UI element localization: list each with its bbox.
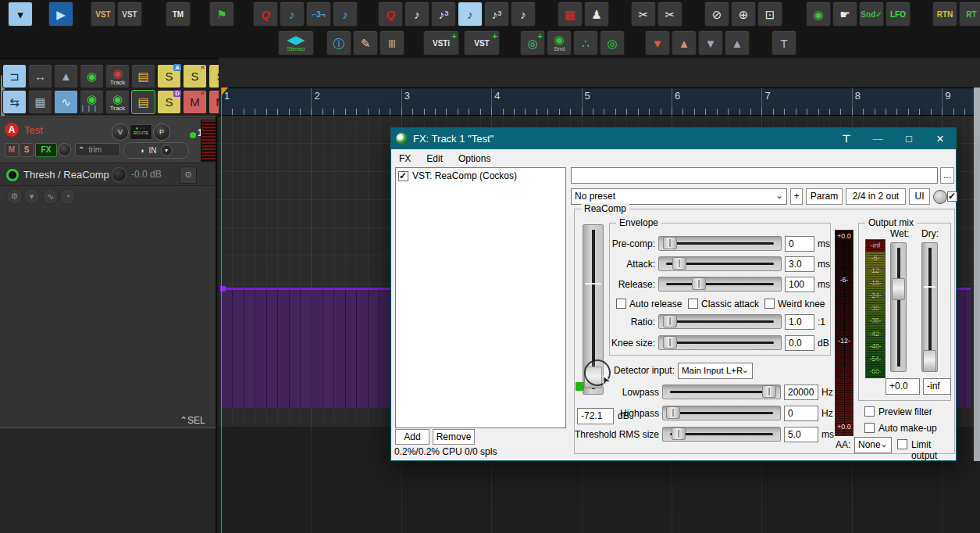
envelope-eye-button[interactable]: ◉ (806, 2, 831, 27)
attack-slider-handle[interactable] (672, 257, 686, 270)
media-fit-button[interactable]: ⇆ (2, 90, 27, 114)
record-input-button[interactable]: ◗IN▼ (123, 142, 189, 159)
record-arm-badge[interactable]: A (5, 123, 19, 137)
unquantize-button[interactable]: Q (253, 2, 278, 27)
mute-button[interactable]: M (5, 143, 19, 157)
pan-knob[interactable]: P (153, 123, 170, 141)
rms-value-box[interactable]: 5.0 (784, 427, 818, 442)
dry-value-box[interactable]: -inf (923, 378, 951, 395)
phase-button[interactable] (58, 143, 71, 156)
split-items-button[interactable]: ✂ (631, 2, 656, 27)
track-eye-button[interactable]: ◉Track (105, 90, 130, 114)
add-fx-button[interactable]: Add (395, 429, 429, 445)
fx-plugin-list[interactable]: VST: ReaComp (Cockos) (395, 167, 566, 428)
track-visibility-button[interactable]: ◉Track (105, 64, 130, 88)
close-button[interactable]: × (925, 132, 956, 146)
note-triplet-button[interactable]: ⌐3¬ (306, 2, 331, 27)
remove-fx-button[interactable]: Remove (433, 429, 475, 445)
grid-note-triplet-button[interactable]: ♪³ (431, 2, 456, 27)
auto-release-checkbox[interactable] (616, 299, 626, 309)
stereo-button[interactable]: ◀▶Stereo (278, 30, 314, 55)
knee-value-box[interactable]: 0.0 (785, 335, 814, 351)
fx-browser-2-button[interactable]: VST (117, 2, 142, 27)
solo-auto-button[interactable]: SA (157, 64, 181, 88)
grid-note-selected-button[interactable]: ♪ (458, 2, 483, 27)
classic-attack-checkbox[interactable] (688, 299, 698, 309)
ratio-slider-handle[interactable] (663, 315, 677, 327)
browse-dots-button[interactable]: ... (940, 167, 954, 184)
highpass-slider[interactable] (662, 406, 781, 420)
fx-window-titlebar[interactable]: FX: Track 1 "Test" ⊤ — □ × (391, 128, 956, 149)
wet-mini-knob[interactable] (933, 190, 947, 204)
zoom-all-button[interactable]: ⊕ (731, 2, 756, 27)
precomp-slider[interactable] (658, 236, 782, 251)
zoom-undo-button[interactable]: ⊘ (704, 2, 729, 27)
solo-defeat-button[interactable]: SD (157, 90, 181, 114)
envelope-points-button[interactable]: ∿ (54, 90, 78, 114)
grid-settings-button[interactable]: ▦ (28, 90, 52, 114)
precomp-slider-handle[interactable] (663, 237, 677, 249)
dry-slider[interactable] (921, 242, 938, 372)
insert-below-button[interactable]: ▼ (645, 30, 670, 55)
docker-menu-button[interactable]: ▾ (8, 2, 33, 27)
envelope-knob-button[interactable]: ◔ (59, 188, 76, 205)
unsolo-all-button[interactable]: S✕ (183, 64, 207, 88)
draw-mode-button[interactable]: ⊐ (2, 64, 27, 88)
weird-knee-checkbox[interactable] (764, 299, 775, 309)
solo-button[interactable]: S (20, 143, 34, 157)
grab-hand-button[interactable]: ☛ (832, 2, 857, 27)
menu-edit[interactable]: Edit (419, 153, 451, 164)
aa-combo[interactable]: None (854, 437, 892, 453)
pin-icon[interactable]: ⊤ (831, 133, 862, 145)
rtn-button[interactable]: RTN (932, 2, 957, 27)
ratio-slider[interactable] (658, 314, 782, 329)
ratio-value-box[interactable]: 1.0 (785, 314, 814, 330)
actors-walk-button[interactable]: ⚑ (209, 2, 234, 27)
track-name[interactable]: Test (24, 124, 43, 136)
wet-slider[interactable] (890, 242, 907, 372)
fx-enable-checkbox[interactable] (947, 191, 957, 202)
routing-nodes-button[interactable]: ∴ (573, 30, 598, 55)
io-routing-button[interactable]: 2/4 in 2 out (846, 188, 906, 205)
rms-slider[interactable] (662, 427, 781, 442)
minimize-button[interactable]: — (862, 133, 893, 145)
limit-output-checkbox[interactable] (897, 439, 907, 449)
unmute-all-button[interactable]: M✕ (183, 90, 207, 114)
rms-slider-handle[interactable] (672, 427, 686, 440)
folder-button[interactable]: ▤ (131, 64, 155, 88)
grid-note-triplet-2-button[interactable]: ♪³ (484, 2, 509, 27)
media-explorer-button[interactable]: ▶ (48, 2, 73, 27)
menu-fx[interactable]: FX (391, 153, 419, 164)
theme-shirt-button[interactable]: T (772, 30, 796, 55)
grid-note-2-button[interactable]: ♪ (511, 2, 536, 27)
envelope-lane-name[interactable]: Thresh / ReaComp (23, 169, 109, 181)
ripple-edit-button[interactable]: ▦ (558, 2, 583, 27)
envelope-lane-header[interactable]: Thresh / ReaComp -0.0 dB ⊙ (0, 165, 216, 186)
route-new-button[interactable]: ◎+ (520, 30, 545, 55)
ui-toggle-button[interactable]: UI (909, 188, 930, 205)
mixer-visibility-button[interactable]: ◉⎸⎸⎸ (80, 90, 104, 114)
envelope-visibility-button[interactable]: ◉ (80, 64, 104, 88)
release-slider-handle[interactable] (692, 277, 706, 290)
selection-mode-label[interactable]: ⌃SEL (180, 415, 205, 426)
move-down-button[interactable]: ▼ (698, 30, 723, 55)
record-monitor-ring-button[interactable]: ◎ (600, 30, 625, 55)
grid-note-button[interactable]: ♪ (404, 2, 429, 27)
fx-browser-button[interactable]: VST (91, 2, 116, 27)
route-button[interactable]: ●●●ROUTE (130, 124, 152, 140)
split-selection-button[interactable]: ✂ (657, 2, 682, 27)
zoom-selection-button[interactable]: ⊡ (757, 2, 782, 27)
item-edge-button[interactable]: ↔ (28, 64, 52, 88)
maximize-button[interactable]: □ (893, 133, 925, 145)
envelope-trim-widget[interactable]: ⌃trim (75, 143, 120, 156)
param-button[interactable]: Param (806, 188, 843, 205)
auto-makeup-checkbox[interactable] (864, 423, 875, 433)
envelope-shape-button[interactable]: ∿ (42, 188, 59, 205)
detector-combo[interactable]: Main Input L+R (678, 363, 753, 379)
rt-button[interactable]: RT (959, 2, 980, 27)
envelope-active-icon[interactable] (6, 169, 19, 181)
preset-combo[interactable]: No preset (571, 188, 787, 205)
highpass-value-box[interactable]: 0 (784, 406, 818, 421)
menu-options[interactable]: Options (451, 153, 498, 164)
fx-button[interactable]: FX (35, 143, 57, 157)
